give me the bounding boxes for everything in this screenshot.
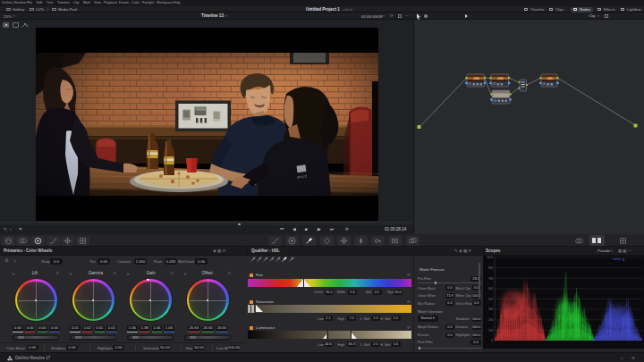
svg-text:256: 256 [488, 318, 493, 322]
svg-text:01: 01 [469, 82, 472, 86]
svg-text:1023: 1023 [487, 256, 493, 259]
svg-text:384: 384 [488, 307, 493, 311]
svg-text:05: 05 [543, 82, 547, 86]
svg-text:128: 128 [488, 329, 493, 333]
svg-text:B: B [623, 258, 624, 262]
svg-text:512: 512 [488, 298, 493, 301]
svg-text:03: 03 [494, 99, 497, 103]
svg-text:640: 640 [488, 287, 493, 290]
svg-text:896: 896 [488, 266, 493, 270]
svg-text:768: 768 [488, 277, 493, 281]
svg-text:02: 02 [493, 82, 496, 86]
